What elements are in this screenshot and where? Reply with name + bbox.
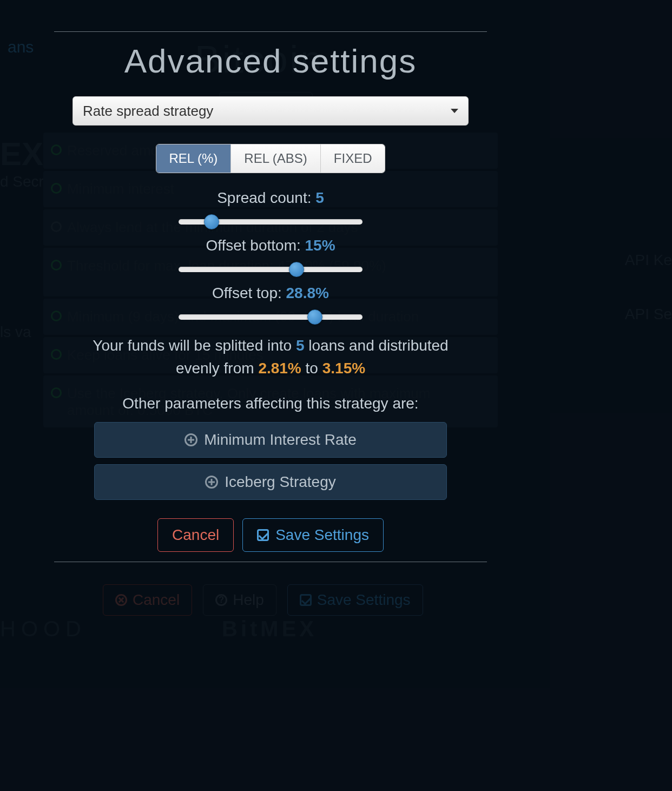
- slider-thumb[interactable]: [289, 262, 304, 277]
- slider-thumb[interactable]: [204, 214, 219, 229]
- modal-top-rule: [54, 31, 487, 32]
- spread-count-slider[interactable]: [179, 214, 363, 229]
- summary-from-pct: 2.81%: [258, 360, 301, 377]
- slider-track: [179, 314, 363, 320]
- mode-segmented-control: REL (%) REL (ABS) FIXED: [156, 144, 386, 173]
- offset-bottom-label-text: Offset bottom:: [206, 237, 300, 254]
- offset-top-slider[interactable]: [179, 309, 363, 325]
- offset-bottom-value: 15%: [305, 237, 335, 254]
- slider-thumb[interactable]: [307, 309, 322, 325]
- modal-action-bar: Cancel Save Settings: [54, 518, 487, 552]
- spread-count-label: Spread count: 5: [92, 189, 449, 207]
- segment-rel-pct[interactable]: REL (%): [156, 144, 232, 173]
- other-params-label: Other parameters affecting this strategy…: [54, 395, 487, 412]
- chevron-down-icon: [451, 109, 458, 113]
- segment-fixed[interactable]: FIXED: [321, 144, 385, 173]
- segment-rel-abs[interactable]: REL (ABS): [231, 144, 320, 173]
- slider-track: [179, 267, 363, 272]
- summary-loan-count: 5: [296, 337, 305, 354]
- offset-top-label-text: Offset top:: [212, 285, 282, 301]
- param-iceberg-label: Iceberg Strategy: [225, 473, 335, 491]
- modal-bottom-rule: [54, 562, 487, 562]
- param-iceberg-button[interactable]: Iceberg Strategy: [94, 464, 447, 500]
- modal-title: Advanced settings: [54, 42, 487, 80]
- offset-bottom-label: Offset bottom: 15%: [92, 237, 449, 254]
- plus-circle-icon: [205, 476, 218, 489]
- save-button-label: Save Settings: [275, 526, 369, 544]
- summary-text: to: [301, 360, 322, 377]
- offset-top-label: Offset top: 28.8%: [92, 285, 449, 302]
- offset-bottom-slider[interactable]: [179, 262, 363, 277]
- summary-text: Your funds will be splitted into: [93, 337, 296, 354]
- advanced-settings-modal: Advanced settings Rate spread strategy R…: [54, 28, 487, 572]
- distribution-summary: Your funds will be splitted into 5 loans…: [71, 334, 470, 380]
- plus-circle-icon: [185, 433, 197, 446]
- summary-to-pct: 3.15%: [322, 360, 365, 377]
- offset-top-value: 28.8%: [286, 285, 329, 301]
- check-icon: [257, 529, 269, 541]
- cancel-button[interactable]: Cancel: [157, 518, 234, 552]
- spread-count-label-text: Spread count:: [217, 189, 311, 206]
- strategy-select-value: Rate spread strategy: [83, 103, 213, 120]
- spread-count-value: 5: [315, 189, 324, 206]
- save-button[interactable]: Save Settings: [242, 518, 384, 552]
- strategy-select[interactable]: Rate spread strategy: [73, 96, 469, 126]
- cancel-button-label: Cancel: [172, 526, 219, 544]
- param-min-interest-label: Minimum Interest Rate: [204, 431, 357, 449]
- param-min-interest-button[interactable]: Minimum Interest Rate: [94, 422, 447, 458]
